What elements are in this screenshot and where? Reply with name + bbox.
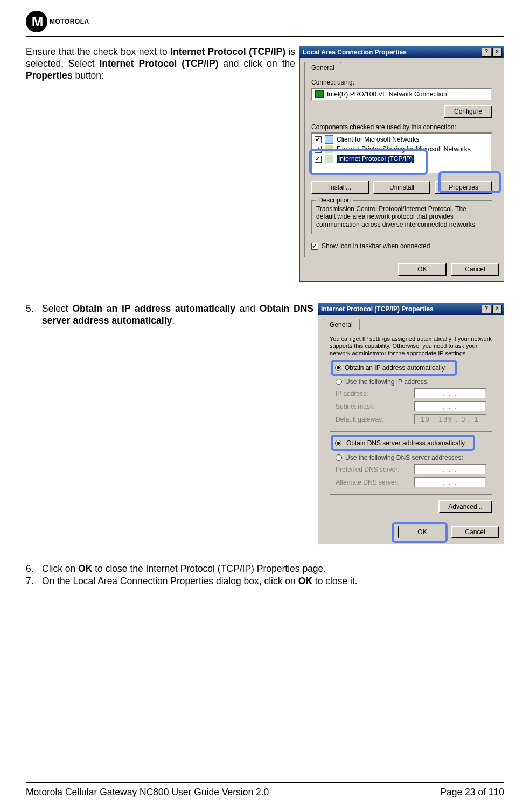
checkbox-icon[interactable]	[315, 156, 322, 163]
radio-label: Use the following DNS server addresses:	[345, 454, 463, 461]
help-button[interactable]: ?	[482, 48, 491, 57]
uninstall-button[interactable]: Uninstall	[373, 181, 431, 194]
radio-label: Obtain DNS server address automatically	[345, 439, 466, 447]
client-icon	[325, 135, 333, 144]
description-group: Description Transmission Control Protoco…	[311, 200, 492, 234]
list-item[interactable]: File and Printer Sharing for Microsoft N…	[312, 144, 491, 154]
nic-icon	[315, 90, 324, 98]
text: On the Local Area Connection Properties …	[42, 576, 298, 586]
logo-icon	[26, 11, 47, 32]
show-icon-label: Show icon in taskbar when connected	[322, 242, 430, 250]
logo-text: MOTOROLA	[50, 18, 89, 25]
network-icon	[325, 155, 333, 163]
text: to close it.	[312, 576, 358, 586]
text: .	[172, 315, 175, 326]
pref-dns-label: Preferred DNS server:	[336, 466, 400, 473]
subnet-field[interactable]: . . .	[414, 401, 486, 412]
radio-icon[interactable]	[335, 440, 341, 446]
footer-left: Motorola Cellular Gateway NC800 User Gui…	[26, 787, 269, 798]
bold-text: Properties	[26, 70, 73, 81]
configure-button[interactable]: Configure	[444, 105, 492, 118]
dialog-body: General You can get IP settings assigned…	[318, 315, 504, 544]
radio-label: Use the following IP address:	[345, 378, 429, 386]
list-item[interactable]: Internet Protocol (TCP/IP)	[312, 154, 491, 164]
gateway-field[interactable]: 10 . 189 . 0 . 1	[414, 414, 486, 425]
page-header: MOTOROLA	[26, 11, 504, 37]
tab-general[interactable]: General	[323, 319, 360, 330]
local-area-connection-properties-dialog: Local Area Connection Properties ? × Gen…	[299, 46, 504, 282]
install-button[interactable]: Install...	[311, 181, 369, 194]
list-item-label: Internet Protocol (TCP/IP)	[337, 155, 414, 163]
ok-button[interactable]: OK	[398, 263, 447, 276]
bold-text: Internet Protocol (TCP/IP)	[170, 46, 285, 57]
pref-dns-row: Preferred DNS server: . . .	[336, 463, 486, 476]
components-listbox[interactable]: Client for Microsoft Networks File and P…	[311, 132, 492, 174]
step-5: 5. Select Obtain an IP address automatic…	[26, 303, 313, 327]
cancel-button[interactable]: Cancel	[451, 263, 499, 276]
step-number: 6.	[26, 563, 38, 576]
radio-use-dns[interactable]: Use the following DNS server addresses:	[336, 452, 486, 463]
cancel-button[interactable]: Cancel	[451, 526, 499, 538]
text: to close the Internet Protocol (TCP/IP) …	[92, 563, 326, 574]
share-icon	[325, 145, 333, 153]
subnet-label: Subnet mask:	[336, 403, 375, 410]
ip-address-field[interactable]: . . .	[414, 388, 486, 399]
tab-strip: General	[323, 318, 499, 330]
tab-panel: Connect using: Intel(R) PRO/100 VE Netwo…	[304, 73, 499, 257]
ok-button[interactable]: OK	[398, 526, 447, 538]
info-text: You can get IP settings assigned automat…	[330, 335, 492, 357]
step-6: 6. Click on OK to close the Internet Pro…	[26, 563, 504, 576]
list-item-label: Client for Microsoft Networks	[337, 136, 419, 143]
checkbox-icon[interactable]	[315, 136, 322, 143]
list-item[interactable]: Client for Microsoft Networks	[312, 135, 491, 144]
properties-button[interactable]: Properties	[435, 181, 492, 194]
help-button[interactable]: ?	[482, 305, 491, 313]
tab-strip: General	[304, 61, 499, 73]
checkbox-icon[interactable]	[315, 146, 322, 153]
dialog-titlebar: Internet Protocol (TCP/IP) Properties ? …	[318, 303, 504, 315]
bold-text: OK	[78, 563, 92, 574]
step-number: 5.	[26, 303, 38, 327]
radio-obtain-dns-auto[interactable]: Obtain DNS server address automatically	[330, 437, 492, 449]
logo: MOTOROLA	[26, 11, 504, 32]
text: Click on	[42, 563, 78, 574]
radio-label: Obtain an IP address automatically	[345, 364, 445, 372]
bold-text: OK	[298, 576, 312, 586]
radio-icon[interactable]	[336, 379, 342, 385]
description-legend: Description	[316, 197, 353, 204]
tab-general[interactable]: General	[304, 62, 341, 73]
ip-address-row: IP address: . . .	[336, 387, 486, 400]
radio-icon[interactable]	[335, 365, 341, 371]
close-button[interactable]: ×	[492, 48, 502, 57]
description-text: Transmission Control Protocol/Internet P…	[316, 205, 487, 228]
page-footer: Motorola Cellular Gateway NC800 User Gui…	[26, 782, 504, 798]
page: MOTOROLA Ensure that the check box next …	[0, 0, 530, 812]
subnet-row: Subnet mask: . . .	[336, 400, 486, 413]
radio-use-ip[interactable]: Use the following IP address:	[336, 376, 486, 387]
text: and click on the	[218, 58, 295, 69]
use-ip-group: Use the following IP address: IP address…	[330, 373, 492, 432]
text: and	[235, 303, 260, 314]
tcpip-properties-dialog: Internet Protocol (TCP/IP) Properties ? …	[318, 303, 504, 544]
radio-obtain-ip-auto[interactable]: Obtain an IP address automatically	[330, 362, 492, 373]
close-button[interactable]: ×	[492, 305, 502, 313]
advanced-button[interactable]: Advanced...	[438, 500, 492, 513]
step-text: Click on OK to close the Internet Protoc…	[42, 563, 326, 576]
checkbox-icon[interactable]	[311, 243, 318, 250]
radio-icon[interactable]	[336, 454, 342, 461]
show-icon-row[interactable]: Show icon in taskbar when connected	[311, 241, 492, 251]
bold-text: Internet Protocol (TCP/IP)	[99, 58, 218, 69]
ip-label: IP address:	[336, 390, 368, 397]
tab-panel: You can get IP settings assigned automat…	[323, 330, 499, 520]
connect-using-label: Connect using:	[311, 79, 492, 86]
alt-dns-field[interactable]: . . .	[414, 477, 486, 488]
dialog-title: Internet Protocol (TCP/IP) Properties	[321, 305, 434, 313]
footer-right: Page 23 of 110	[440, 787, 504, 798]
text: button:	[73, 70, 104, 81]
adapter-name: Intel(R) PRO/100 VE Network Connection	[327, 90, 447, 98]
step-number: 7.	[26, 575, 38, 588]
step-text: Select Obtain an IP address automaticall…	[42, 303, 313, 327]
dialog-titlebar: Local Area Connection Properties ? ×	[299, 46, 504, 58]
pref-dns-field[interactable]: . . .	[414, 464, 486, 475]
intro-paragraph: Ensure that the check box next to Intern…	[26, 46, 295, 82]
